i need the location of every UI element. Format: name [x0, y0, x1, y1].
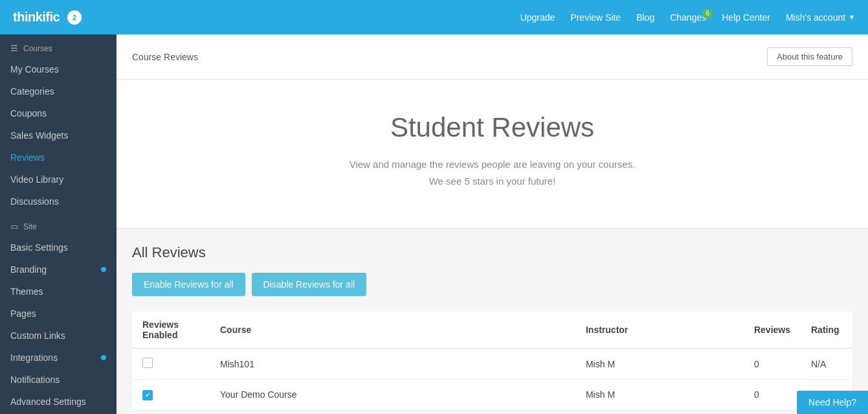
action-buttons: Enable Reviews for all Disable Reviews f…	[132, 273, 852, 296]
table-row: Mish101Mish M0N/A	[132, 349, 852, 380]
courses-icon: ☰	[10, 43, 18, 53]
breadcrumb-bar: Course Reviews About this feature	[117, 34, 868, 80]
sidebar-item-my-courses[interactable]: My Courses	[0, 58, 117, 80]
preview-site-link[interactable]: Preview Site	[570, 12, 621, 23]
instructor-cell: Mish M	[575, 349, 744, 380]
enable-reviews-button[interactable]: Enable Reviews for all	[132, 273, 245, 296]
sidebar-item-pages[interactable]: Pages	[0, 303, 117, 325]
hero-subtitle-1: View and manage the reviews people are l…	[129, 156, 855, 173]
hero-subtitle-2: We see 5 stars in your future!	[129, 173, 855, 190]
table-row: ✓Your Demo CourseMish M0N/A	[132, 380, 852, 410]
col-header-enabled: Reviews Enabled	[132, 312, 210, 349]
reviews-count-cell: 0	[744, 349, 801, 380]
rating-cell: N/A	[801, 349, 852, 380]
reviews-table: Reviews Enabled Course Instructor Review…	[132, 312, 852, 410]
changes-wrap: Changes 6	[670, 12, 706, 23]
changes-link[interactable]: Changes	[670, 12, 706, 23]
logo: thinkific	[13, 10, 60, 25]
branding-dot	[101, 267, 106, 272]
col-header-rating: Rating	[801, 312, 852, 349]
main-layout: ☰ Courses My Courses Categories Coupons …	[0, 34, 868, 414]
sidebar-item-reviews[interactable]: Reviews	[0, 146, 117, 168]
caret-icon: ▼	[849, 14, 855, 21]
checkbox-checked[interactable]: ✓	[142, 390, 153, 400]
col-header-reviews: Reviews	[744, 312, 801, 349]
courses-section-label: Courses	[23, 44, 52, 53]
site-icon: ▭	[10, 222, 18, 231]
disable-reviews-button[interactable]: Disable Reviews for all	[252, 273, 367, 296]
sidebar-section-courses: ☰ Courses	[0, 34, 117, 58]
about-feature-button[interactable]: About this feature	[767, 47, 852, 66]
integrations-dot	[101, 355, 106, 360]
help-center-link[interactable]: Help Center	[722, 12, 770, 23]
all-reviews-heading: All Reviews	[132, 244, 852, 261]
reviews-enabled-cell[interactable]	[132, 349, 210, 380]
nav-links: Upgrade Preview Site Blog Changes 6 Help…	[520, 12, 855, 23]
sidebar-item-advanced-settings[interactable]: Advanced Settings	[0, 391, 117, 413]
need-help-button[interactable]: Need Help?	[797, 391, 868, 414]
course-cell: Your Demo Course	[210, 380, 575, 410]
reviews-enabled-cell[interactable]: ✓	[132, 380, 210, 410]
sidebar-item-integrations[interactable]: Integrations	[0, 347, 117, 369]
instructor-cell: Mish M	[575, 380, 744, 410]
account-menu[interactable]: Mish's account ▼	[786, 12, 855, 23]
col-header-instructor: Instructor	[575, 312, 744, 349]
hero-title: Student Reviews	[129, 112, 855, 143]
col-header-course: Course	[210, 312, 575, 349]
checkbox-unchecked[interactable]	[142, 358, 153, 368]
site-section-label: Site	[23, 222, 37, 231]
sidebar-item-categories[interactable]: Categories	[0, 80, 117, 102]
course-cell: Mish101	[210, 349, 575, 380]
sidebar-item-video-library[interactable]: Video Library	[0, 168, 117, 190]
sidebar-item-themes[interactable]: Themes	[0, 281, 117, 303]
sidebar-item-branding[interactable]: Branding	[0, 259, 117, 281]
sidebar-item-notifications[interactable]: Notifications	[0, 369, 117, 391]
sidebar-item-custom-links[interactable]: Custom Links	[0, 325, 117, 347]
nav-badge: 2	[67, 10, 82, 25]
reviews-count-cell: 0	[744, 380, 801, 410]
sidebar-item-sales-widgets[interactable]: Sales Widgets	[0, 124, 117, 146]
sidebar: ☰ Courses My Courses Categories Coupons …	[0, 34, 117, 414]
sidebar-item-basic-settings[interactable]: Basic Settings	[0, 236, 117, 259]
sidebar-item-discussions[interactable]: Discussions	[0, 190, 117, 213]
sidebar-section-site: ▭ Site	[0, 213, 117, 236]
reviews-section: All Reviews Enable Reviews for all Disab…	[117, 229, 868, 414]
upgrade-link[interactable]: Upgrade	[520, 12, 555, 23]
sidebar-item-coupons[interactable]: Coupons	[0, 102, 117, 124]
breadcrumb: Course Reviews	[132, 52, 198, 62]
blog-link[interactable]: Blog	[636, 12, 654, 23]
content-area: Course Reviews About this feature Studen…	[117, 34, 868, 414]
account-label: Mish's account	[786, 12, 845, 23]
top-nav: thinkific 2 Upgrade Preview Site Blog Ch…	[0, 0, 868, 34]
changes-badge: 6	[702, 8, 713, 19]
hero-section: Student Reviews View and manage the revi…	[117, 80, 868, 229]
